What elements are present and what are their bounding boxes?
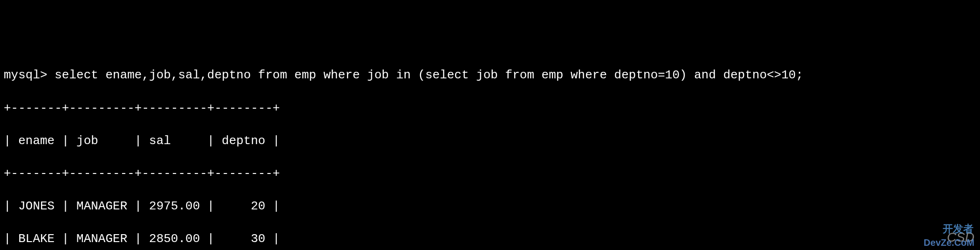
- table-header: | ename | job | sal | deptno |: [4, 133, 976, 149]
- table-border-mid: +-------+---------+---------+--------+: [4, 166, 976, 182]
- watermark-dev: 开发者: [943, 222, 973, 236]
- mysql-prompt: mysql>: [4, 68, 54, 82]
- table-border-top: +-------+---------+---------+--------+: [4, 100, 976, 117]
- table-row: | JONES | MANAGER | 2975.00 | 20 |: [4, 198, 976, 215]
- table-row: | BLAKE | MANAGER | 2850.00 | 30 |: [4, 231, 976, 247]
- sql-query: select ename,job,sal,deptno from emp whe…: [54, 68, 803, 82]
- query-line: mysql> select ename,job,sal,deptno from …: [4, 67, 976, 83]
- watermark-devze: DevZe.CoM: [924, 236, 974, 249]
